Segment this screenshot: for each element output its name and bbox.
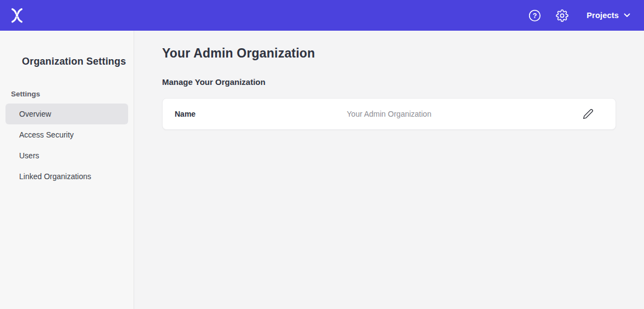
page-title: Your Admin Organization <box>162 45 616 61</box>
settings-button[interactable] <box>556 9 568 22</box>
sidebar-item-label: Users <box>19 151 39 160</box>
help-button[interactable]: ? <box>528 9 541 22</box>
mendix-x-icon <box>9 7 25 24</box>
sidebar-item-overview[interactable]: Overview <box>5 104 128 124</box>
name-card: Name Your Admin Organization <box>162 98 616 130</box>
sidebar-item-label: Access Security <box>19 130 74 139</box>
top-bar: ? Projects <box>0 0 644 31</box>
projects-label: Projects <box>586 11 619 20</box>
app-logo[interactable] <box>9 7 25 24</box>
settings-group-label: Settings <box>11 90 134 98</box>
sidebar: Organization Settings Settings Overview … <box>0 31 134 309</box>
section-title: Manage Your Organization <box>162 77 616 87</box>
sidebar-item-access-security[interactable]: Access Security <box>5 124 128 145</box>
main-content: Your Admin Organization Manage Your Orga… <box>134 31 644 309</box>
sidebar-item-linked-organizations[interactable]: Linked Organizations <box>5 166 128 187</box>
page-body: Organization Settings Settings Overview … <box>0 31 644 309</box>
sidebar-item-users[interactable]: Users <box>5 145 128 166</box>
sidebar-title: Organization Settings <box>22 56 134 67</box>
sidebar-nav: Overview Access Security Users Linked Or… <box>0 104 134 187</box>
projects-dropdown[interactable]: Projects <box>586 11 630 20</box>
topbar-actions: ? Projects <box>528 9 630 22</box>
sidebar-item-label: Linked Organizations <box>19 172 91 181</box>
edit-name-button[interactable] <box>583 108 594 119</box>
chevron-down-icon <box>624 13 630 18</box>
pencil-icon <box>583 108 594 119</box>
help-icon: ? <box>528 9 541 22</box>
svg-text:?: ? <box>533 12 537 19</box>
name-value: Your Admin Organization <box>347 110 431 118</box>
sidebar-item-label: Overview <box>19 110 51 118</box>
name-label: Name <box>175 110 196 118</box>
gear-icon <box>556 9 568 22</box>
